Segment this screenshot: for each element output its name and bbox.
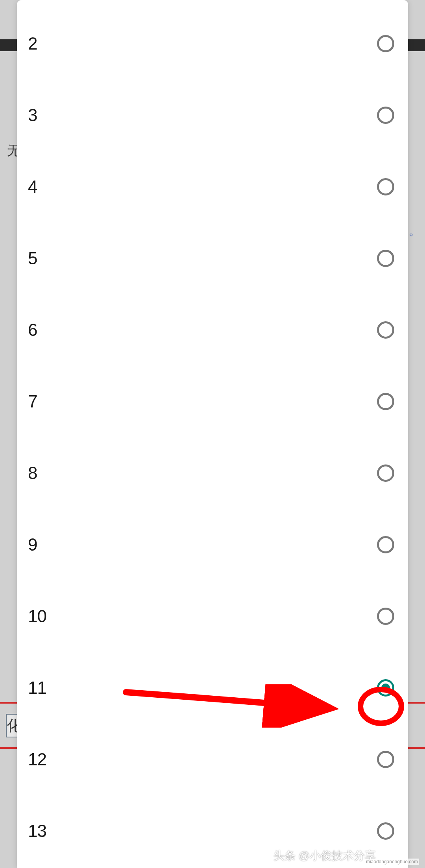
option-label: 10 [28, 606, 46, 626]
radio-unchecked-icon [377, 107, 394, 124]
watermark-url: miaodonganenghuo.com [365, 859, 419, 865]
option-label: 11 [28, 678, 46, 698]
radio-unchecked-icon [377, 822, 394, 840]
option-item-4[interactable]: 4 [17, 151, 408, 223]
option-item-5[interactable]: 5 [17, 223, 408, 294]
option-label: 12 [28, 750, 46, 769]
radio-unchecked-icon [377, 464, 394, 482]
option-item-2[interactable]: 2 [17, 8, 408, 79]
selection-dialog: 2 3 4 5 6 7 8 [17, 0, 408, 868]
radio-unchecked-icon [377, 608, 394, 625]
option-label: 6 [28, 320, 37, 340]
option-item-7[interactable]: 7 [17, 366, 408, 437]
option-label: 5 [28, 249, 37, 268]
option-item-10[interactable]: 10 [17, 581, 408, 652]
option-label: 3 [28, 105, 37, 125]
option-label: 9 [28, 535, 37, 555]
option-label: 7 [28, 392, 37, 411]
radio-unchecked-icon [377, 536, 394, 553]
radio-unchecked-icon [377, 250, 394, 267]
option-label: 2 [28, 34, 37, 53]
radio-unchecked-icon [377, 321, 394, 339]
option-item-12[interactable]: 12 [17, 724, 408, 795]
option-label: 13 [28, 821, 46, 841]
option-item-6[interactable]: 6 [17, 294, 408, 366]
radio-unchecked-icon [377, 393, 394, 410]
option-label: 8 [28, 463, 37, 483]
watermark-text: 头条 @小俊技术分享 [273, 848, 376, 863]
option-label: 4 [28, 177, 37, 197]
radio-unchecked-icon [377, 751, 394, 768]
option-item-9[interactable]: 9 [17, 509, 408, 581]
radio-unchecked-icon [377, 178, 394, 195]
option-item-11[interactable]: 11 [17, 652, 408, 724]
radio-unchecked-icon [377, 35, 394, 52]
radio-checked-icon [377, 679, 394, 697]
option-item-3[interactable]: 3 [17, 79, 408, 151]
option-list: 2 3 4 5 6 7 8 [17, 0, 408, 867]
option-item-8[interactable]: 8 [17, 437, 408, 509]
